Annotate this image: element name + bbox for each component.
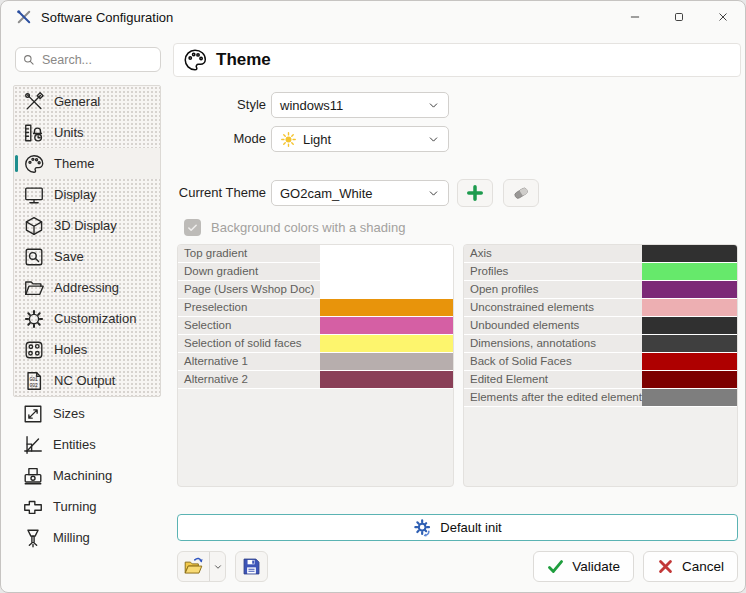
- palette-icon: [182, 47, 208, 73]
- floppy-disk-icon: [241, 556, 262, 577]
- sidebar-item-save[interactable]: Save: [14, 241, 160, 272]
- mode-dropdown[interactable]: Light: [271, 126, 449, 152]
- color-swatch[interactable]: [320, 335, 453, 352]
- color-swatch[interactable]: [320, 263, 453, 280]
- color-row-axis[interactable]: Axis: [464, 245, 737, 263]
- color-swatch[interactable]: [642, 299, 737, 316]
- svg-text:G02: G02: [29, 382, 38, 387]
- color-swatch[interactable]: [642, 353, 737, 370]
- color-row-label: Profiles: [464, 263, 642, 280]
- color-row-unbounded-elements[interactable]: Unbounded elements: [464, 317, 737, 335]
- sidebar-item-label: Milling: [53, 530, 90, 545]
- sidebar-item-theme[interactable]: Theme: [14, 148, 160, 179]
- nc-document-icon: G01 G02: [23, 370, 45, 392]
- color-row-preselection[interactable]: Preselection: [178, 299, 453, 317]
- sidebar-item-entities[interactable]: Entities: [13, 429, 161, 460]
- color-row-edited-element[interactable]: Edited Element: [464, 371, 737, 389]
- color-swatch[interactable]: [642, 335, 737, 352]
- sidebar-item-addressing[interactable]: Addressing: [14, 272, 160, 303]
- color-swatch[interactable]: [642, 371, 737, 388]
- color-swatch[interactable]: [320, 317, 453, 334]
- sidebar-item-units[interactable]: Units: [14, 117, 160, 148]
- color-row-selection-solid-faces[interactable]: Selection of solid faces: [178, 335, 453, 353]
- svg-text:G01: G01: [29, 377, 38, 382]
- sidebar-item-nc-output[interactable]: G01 G02 NC Output: [14, 365, 160, 396]
- color-row-label: Unconstrained elements: [464, 299, 642, 316]
- sidebar-item-customization[interactable]: Customization: [14, 303, 160, 334]
- add-theme-button[interactable]: [457, 179, 493, 207]
- color-row-unconstrained-elements[interactable]: Unconstrained elements: [464, 299, 737, 317]
- sidebar-item-label: Save: [54, 249, 84, 264]
- maximize-button[interactable]: [657, 1, 701, 33]
- gear-refresh-icon: [413, 518, 433, 538]
- close-button[interactable]: [701, 1, 745, 33]
- color-row-top-gradient[interactable]: Top gradient: [178, 245, 453, 263]
- color-row-back-of-solid-faces[interactable]: Back of Solid Faces: [464, 353, 737, 371]
- chevron-down-icon: [213, 562, 223, 572]
- color-row-label: Unbounded elements: [464, 317, 642, 334]
- monitor-icon: [23, 184, 45, 206]
- default-init-button[interactable]: Default init: [177, 514, 738, 541]
- open-theme-dropdown-arrow[interactable]: [210, 552, 225, 581]
- color-row-label: Dimensions, annotations: [464, 335, 642, 352]
- color-row-page[interactable]: Page (Users Wshop Doc): [178, 281, 453, 299]
- color-row-profiles[interactable]: Profiles: [464, 263, 737, 281]
- color-swatch[interactable]: [642, 281, 737, 298]
- sidebar-item-turning[interactable]: Turning: [13, 491, 161, 522]
- color-row-dimensions-annotations[interactable]: Dimensions, annotations: [464, 335, 737, 353]
- save-theme-button[interactable]: [235, 551, 268, 582]
- search-input[interactable]: [42, 53, 154, 67]
- validate-label: Validate: [572, 559, 620, 574]
- mode-label: Mode: [171, 126, 266, 152]
- color-swatch[interactable]: [320, 281, 453, 298]
- element-colors-table: Axis Profiles Open profiles Unconstraine…: [463, 244, 738, 487]
- units-icon: [23, 122, 45, 144]
- style-dropdown[interactable]: windows11: [271, 92, 449, 118]
- style-value: windows11: [280, 98, 343, 113]
- color-swatch[interactable]: [320, 299, 453, 316]
- color-row-label: Down gradient: [178, 263, 320, 280]
- color-row-alternative-1[interactable]: Alternative 1: [178, 353, 453, 371]
- color-row-label: Edited Element: [464, 371, 642, 388]
- current-theme-dropdown[interactable]: GO2cam_White: [271, 180, 449, 206]
- minimize-button[interactable]: [613, 1, 657, 33]
- shading-checkbox-label: Background colors with a shading: [211, 220, 405, 235]
- cancel-label: Cancel: [682, 559, 724, 574]
- color-row-alternative-2[interactable]: Alternative 2: [178, 371, 453, 389]
- color-row-elements-after-edited[interactable]: Elements after the edited element: [464, 389, 737, 407]
- color-row-label: Selection: [178, 317, 320, 334]
- sidebar-item-general[interactable]: General: [14, 86, 160, 117]
- open-theme-split-button: [177, 551, 226, 582]
- color-swatch[interactable]: [642, 263, 737, 280]
- chevron-down-icon: [427, 99, 440, 112]
- sidebar-item-label: 3D Display: [54, 218, 117, 233]
- erase-theme-button[interactable]: [503, 179, 539, 207]
- open-theme-button[interactable]: [178, 552, 209, 581]
- sidebar-item-machining[interactable]: Machining: [13, 460, 161, 491]
- turning-icon: [22, 496, 44, 518]
- color-swatch[interactable]: [642, 389, 737, 406]
- machining-icon: [22, 465, 44, 487]
- search-box[interactable]: [15, 47, 161, 72]
- shading-checkbox[interactable]: [184, 219, 201, 236]
- color-row-selection[interactable]: Selection: [178, 317, 453, 335]
- sidebar: General Units Theme: [1, 33, 169, 592]
- cancel-button[interactable]: Cancel: [643, 551, 738, 582]
- color-swatch[interactable]: [320, 353, 453, 370]
- style-label: Style: [171, 92, 266, 118]
- color-swatch[interactable]: [320, 245, 453, 262]
- sidebar-item-3d-display[interactable]: 3D Display: [14, 210, 160, 241]
- chevron-down-icon: [427, 133, 440, 146]
- sidebar-item-holes[interactable]: Holes: [14, 334, 160, 365]
- validate-button[interactable]: Validate: [533, 551, 634, 582]
- color-swatch[interactable]: [642, 245, 737, 262]
- sidebar-item-milling[interactable]: Milling: [13, 522, 161, 553]
- color-swatch[interactable]: [320, 371, 453, 388]
- color-swatch[interactable]: [642, 317, 737, 334]
- color-row-open-profiles[interactable]: Open profiles: [464, 281, 737, 299]
- sidebar-item-display[interactable]: Display: [14, 179, 160, 210]
- gear-icon: [23, 308, 45, 330]
- sidebar-item-sizes[interactable]: Sizes: [13, 398, 161, 429]
- titlebar: Software Configuration: [1, 1, 745, 33]
- color-row-down-gradient[interactable]: Down gradient: [178, 263, 453, 281]
